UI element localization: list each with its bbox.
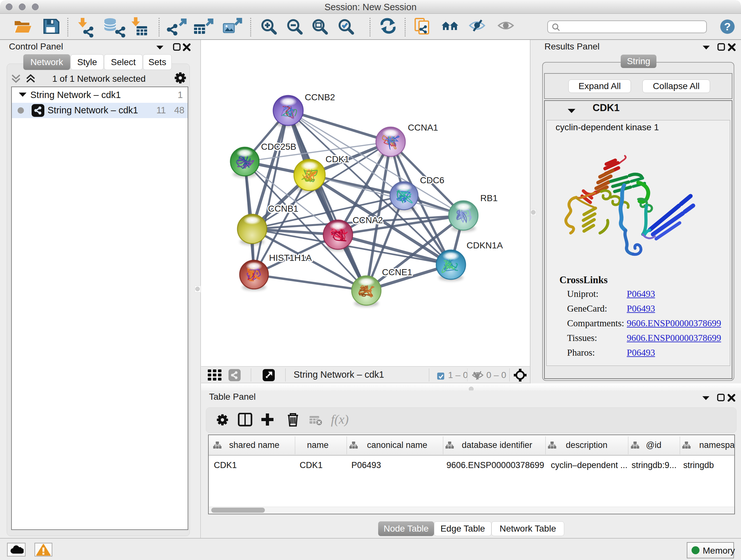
svg-text:CCNA2: CCNA2 [353, 215, 383, 225]
svg-text:HIST1H1A: HIST1H1A [269, 253, 312, 263]
svg-text:f(x): f(x) [331, 413, 349, 427]
svg-text:RB1: RB1 [480, 193, 497, 203]
svg-text:CDKN1A: CDKN1A [467, 240, 503, 250]
svg-text:CCNE1: CCNE1 [382, 267, 412, 277]
svg-text:CCNA1: CCNA1 [408, 123, 438, 132]
svg-text:CDC25B: CDC25B [261, 142, 296, 152]
svg-text:CDK1: CDK1 [326, 154, 349, 164]
svg-text:CCNB1: CCNB1 [268, 204, 298, 213]
svg-text:CDC6: CDC6 [420, 175, 444, 185]
svg-text:CCNB2: CCNB2 [305, 92, 335, 102]
